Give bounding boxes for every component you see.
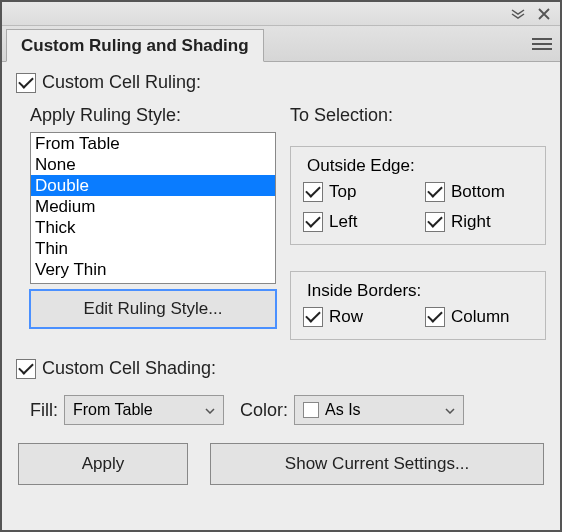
inside-row-label: Row [329, 307, 363, 327]
inside-borders-legend: Inside Borders: [303, 281, 425, 301]
outside-bottom-checkbox[interactable] [425, 182, 445, 202]
apply-button[interactable]: Apply [18, 443, 188, 485]
custom-cell-shading-row: Custom Cell Shading: [16, 358, 546, 379]
close-icon[interactable] [534, 5, 554, 23]
list-item[interactable]: Thin [31, 238, 275, 259]
color-select-value: As Is [325, 401, 361, 419]
outside-top-label: Top [329, 182, 356, 202]
apply-ruling-style-label: Apply Ruling Style: [30, 105, 276, 126]
outside-right-label: Right [451, 212, 491, 232]
outside-edge-group: Outside Edge: Top Bottom Left [290, 146, 546, 245]
custom-cell-shading-checkbox[interactable] [16, 359, 36, 379]
chevron-down-icon [445, 403, 455, 417]
ruling-style-listbox[interactable]: From Table None Double Medium Thick Thin… [30, 132, 276, 284]
custom-cell-shading-label: Custom Cell Shading: [42, 358, 216, 379]
inside-row-checkbox[interactable] [303, 307, 323, 327]
custom-cell-ruling-row: Custom Cell Ruling: [16, 72, 546, 93]
list-item[interactable]: Medium [31, 196, 275, 217]
list-item[interactable]: Thick [31, 217, 275, 238]
color-select[interactable]: As Is [294, 395, 464, 425]
list-item[interactable]: Double [31, 175, 275, 196]
custom-cell-ruling-checkbox[interactable] [16, 73, 36, 93]
outside-edge-legend: Outside Edge: [303, 156, 419, 176]
panel-menu-icon[interactable] [532, 26, 552, 61]
dialog-window: Custom Ruling and Shading Custom Cell Ru… [0, 0, 562, 532]
outside-left-label: Left [329, 212, 357, 232]
outside-left-checkbox[interactable] [303, 212, 323, 232]
color-swatch [303, 402, 319, 418]
outside-top-checkbox[interactable] [303, 182, 323, 202]
list-item[interactable]: None [31, 154, 275, 175]
inside-column-label: Column [451, 307, 510, 327]
fill-label: Fill: [30, 400, 58, 421]
chevron-down-icon [205, 403, 215, 417]
dialog-content: Custom Cell Ruling: Apply Ruling Style: … [2, 62, 560, 530]
to-selection-label: To Selection: [290, 105, 546, 126]
tab-bar: Custom Ruling and Shading [2, 26, 560, 62]
list-item[interactable]: From Table [31, 133, 275, 154]
tab-custom-ruling[interactable]: Custom Ruling and Shading [6, 29, 264, 62]
outside-right-checkbox[interactable] [425, 212, 445, 232]
inside-borders-group: Inside Borders: Row Column [290, 271, 546, 340]
titlebar [2, 2, 560, 26]
fill-select-value: From Table [73, 401, 153, 419]
custom-cell-ruling-label: Custom Cell Ruling: [42, 72, 201, 93]
outside-bottom-label: Bottom [451, 182, 505, 202]
list-item[interactable]: Very Thin [31, 259, 275, 280]
collapse-icon[interactable] [508, 5, 528, 23]
color-label: Color: [240, 400, 288, 421]
edit-ruling-style-button[interactable]: Edit Ruling Style... [30, 290, 276, 328]
show-current-settings-button[interactable]: Show Current Settings... [210, 443, 544, 485]
fill-select[interactable]: From Table [64, 395, 224, 425]
inside-column-checkbox[interactable] [425, 307, 445, 327]
